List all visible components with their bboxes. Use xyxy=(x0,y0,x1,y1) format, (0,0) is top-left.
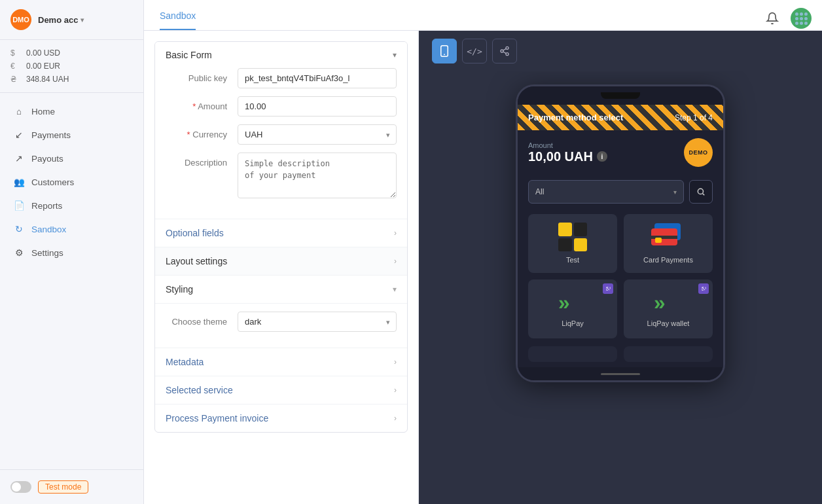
search-button[interactable] xyxy=(689,180,713,204)
currency-label: * Currency xyxy=(166,124,238,139)
liqpay-label: LiqPay xyxy=(562,319,584,327)
dollar-icon: $ xyxy=(10,48,21,58)
card-payments-icon xyxy=(651,223,685,251)
process-payment-chevron-icon: › xyxy=(394,414,397,423)
account-selector[interactable]: Demo acc ▾ xyxy=(38,15,84,25)
code-preview-button[interactable]: </> xyxy=(462,39,487,63)
payment-step-label: Step 1 of 4 xyxy=(675,113,713,122)
layout-settings-row[interactable]: Layout settings › xyxy=(155,247,407,275)
home-icon: ⌂ xyxy=(13,105,25,117)
public-key-input[interactable] xyxy=(238,68,397,88)
payment-method-liqpay[interactable]: » LiqPay xyxy=(528,279,617,338)
currency-control: UAH USD EUR ▾ xyxy=(238,124,397,145)
search-row: All ▾ xyxy=(518,175,723,209)
svg-line-8 xyxy=(703,194,705,196)
public-key-control xyxy=(238,68,397,88)
process-payment-row[interactable]: Process Payment invoice › xyxy=(155,404,407,432)
basic-form-body: Public key * Amount xyxy=(155,68,407,219)
styling-chevron-icon: ▾ xyxy=(393,285,397,294)
tab-sandbox[interactable]: Sandbox xyxy=(160,0,196,30)
phone-notch-bar xyxy=(518,86,723,105)
selected-service-chevron-icon: › xyxy=(394,386,397,395)
mobile-preview-button[interactable] xyxy=(432,39,457,63)
payment-method-liqpay-wallet[interactable]: » LiqPay wallet xyxy=(624,279,713,338)
sidebar-item-home[interactable]: ⌂ Home xyxy=(0,99,143,123)
config-panel: Basic Form ▾ Public key * Amount xyxy=(144,31,419,504)
share-preview-button[interactable] xyxy=(492,39,517,63)
preview-toolbar: </> xyxy=(419,31,822,71)
styling-row[interactable]: Styling ▾ xyxy=(155,275,407,303)
payment-header-title: Payment method select xyxy=(528,113,623,122)
balance-uah: ₴ 348.84 UAH xyxy=(10,73,133,86)
svg-line-6 xyxy=(503,48,507,50)
payment-method-test[interactable]: Test xyxy=(528,214,617,273)
sidebar-item-payments[interactable]: ↙ Payments xyxy=(0,123,143,147)
theme-select[interactable]: dark light xyxy=(238,312,397,332)
liqpay-wallet-external-icon xyxy=(698,283,709,294)
euro-icon: € xyxy=(10,62,21,71)
metadata-row[interactable]: Metadata › xyxy=(155,348,407,376)
layout-settings-label: Layout settings xyxy=(166,256,227,266)
liqpay-wallet-icon: » xyxy=(654,291,683,314)
description-row: Description Simple description of your p… xyxy=(166,153,397,200)
search-icon xyxy=(696,187,706,196)
public-key-label: Public key xyxy=(166,68,238,83)
metadata-label: Metadata xyxy=(166,357,204,367)
test-method-label: Test xyxy=(566,256,579,264)
sidebar-bottom: Test mode xyxy=(0,469,143,504)
sidebar-header: DMO Demo acc ▾ xyxy=(0,0,143,40)
payouts-icon: ↗ xyxy=(13,153,25,164)
theme-select-wrap: dark light ▾ xyxy=(238,312,397,332)
amount-section-label: Amount xyxy=(528,141,607,149)
toggle-knob xyxy=(12,482,21,492)
basic-form-header[interactable]: Basic Form ▾ xyxy=(155,42,407,68)
currency-select[interactable]: UAH USD EUR xyxy=(238,124,397,145)
sidebar-item-customers[interactable]: 👥 Customers xyxy=(0,170,143,194)
more-method-2 xyxy=(624,346,713,362)
amount-label: * Amount xyxy=(166,96,238,111)
liqpay-wallet-label: LiqPay wallet xyxy=(647,319,690,327)
svg-point-1 xyxy=(444,54,445,55)
mobile-icon xyxy=(438,45,450,57)
description-control: Simple description of your payment xyxy=(238,153,397,200)
amount-control xyxy=(238,96,397,117)
basic-form-label: Basic Form xyxy=(166,50,212,60)
card-payments-label: Card Payments xyxy=(643,256,693,264)
avatar-pattern xyxy=(795,12,807,25)
amount-input[interactable] xyxy=(238,96,397,117)
user-avatar[interactable] xyxy=(791,8,812,29)
amount-section-value: 10,00 UAH i xyxy=(528,149,607,164)
payment-header: Payment method select Step 1 of 4 xyxy=(518,105,723,130)
currency-select-wrap: UAH USD EUR ▾ xyxy=(238,124,397,145)
test-method-icon xyxy=(556,223,590,251)
description-textarea[interactable]: Simple description of your payment xyxy=(238,153,397,198)
selected-service-label: Selected service xyxy=(166,385,233,395)
svg-point-7 xyxy=(698,189,703,194)
basic-form-card: Basic Form ▾ Public key * Amount xyxy=(154,41,408,433)
svg-point-3 xyxy=(501,50,503,52)
phone-mockup: Payment method select Step 1 of 4 Amount… xyxy=(516,84,725,382)
sandbox-icon: ↻ xyxy=(13,223,25,235)
sidebar-item-reports[interactable]: 📄 Reports xyxy=(0,194,143,217)
theme-row: Choose theme dark light ▾ xyxy=(166,312,397,332)
sidebar-logo: DMO xyxy=(10,9,31,30)
payments-icon: ↙ xyxy=(13,129,25,141)
main-tabs: Sandbox xyxy=(144,0,822,31)
liqpay-external-icon xyxy=(603,283,613,294)
sidebar-item-sandbox[interactable]: ↻ Sandbox xyxy=(0,217,143,241)
filter-select[interactable]: All ▾ xyxy=(528,180,684,204)
optional-fields-row[interactable]: Optional fields › xyxy=(155,219,407,247)
payment-method-card-payments[interactable]: Card Payments xyxy=(624,214,713,273)
test-mode-toggle[interactable] xyxy=(10,481,31,493)
notifications-button[interactable] xyxy=(762,8,783,29)
phone-notch xyxy=(601,92,640,99)
public-key-row: Public key xyxy=(166,68,397,88)
sidebar-item-settings[interactable]: ⚙ Settings xyxy=(0,241,143,264)
amount-section: Amount 10,00 UAH i xyxy=(528,141,607,164)
amount-info-icon[interactable]: i xyxy=(597,151,607,162)
metadata-chevron-icon: › xyxy=(394,357,397,367)
main-body: Basic Form ▾ Public key * Amount xyxy=(144,31,822,504)
sidebar-item-payouts[interactable]: ↗ Payouts xyxy=(0,147,143,170)
selected-service-row[interactable]: Selected service › xyxy=(155,376,407,404)
payment-methods-grid: Test C xyxy=(518,209,723,346)
